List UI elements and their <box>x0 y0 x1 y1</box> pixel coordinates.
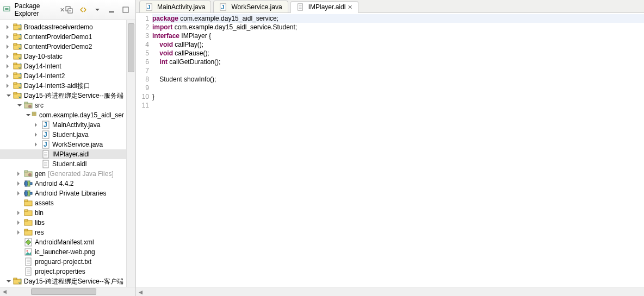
view-menu-icon[interactable] <box>93 5 102 14</box>
code-line[interactable]: int callGetDuration(); <box>152 58 644 66</box>
expand-arrow-icon[interactable] <box>5 92 12 99</box>
tree-item[interactable]: res <box>0 228 126 237</box>
code-content[interactable]: package com.example.day15_aidl_service;i… <box>152 13 644 287</box>
tree-item[interactable]: JMainActivity.java <box>0 120 126 130</box>
no-arrow <box>16 249 23 255</box>
collapse-arrow-icon[interactable] <box>5 53 12 60</box>
close-icon[interactable]: ✕ <box>60 7 65 14</box>
tree-item-label: Android 4.4.2 <box>35 180 73 187</box>
close-tab-icon[interactable]: ✕ <box>348 4 352 11</box>
collapse-arrow-icon[interactable] <box>16 210 23 216</box>
genfolder-icon <box>24 169 33 178</box>
editor-horizontal-scrollbar[interactable]: ◄ <box>136 287 644 296</box>
code-editor[interactable]: 1234567891011 package com.example.day15_… <box>136 13 644 287</box>
project-icon: J <box>13 62 22 71</box>
svg-text:J: J <box>18 278 22 285</box>
tree-item[interactable]: assets <box>0 198 126 208</box>
code-line[interactable]: package com.example.day15_aidl_service; <box>152 14 644 23</box>
tree-item[interactable]: JDay14-Intent2 <box>0 71 126 81</box>
tree-item[interactable]: com.example.day15_aidl_ser <box>0 110 126 120</box>
expand-arrow-icon[interactable] <box>5 278 12 285</box>
tree-item[interactable]: Android 4.4.2 <box>0 179 126 188</box>
collapse-arrow-icon[interactable] <box>34 141 40 148</box>
code-line[interactable]: import com.example.day15_aidl_service.St… <box>152 23 644 32</box>
tab-label: IMPlayer.aidl <box>308 3 346 11</box>
panel-title: Package Explorer <box>15 2 55 17</box>
line-number: 4 <box>137 40 149 49</box>
tree-item[interactable]: src <box>0 100 126 110</box>
code-line[interactable]: Student showInfo(); <box>152 75 644 84</box>
line-number: 7 <box>137 66 149 75</box>
tree-item[interactable]: IMPlayer.aidl <box>0 149 126 159</box>
tab-label: MainActivity.java <box>157 3 205 11</box>
editor-tab[interactable]: IMPlayer.aidl✕ <box>290 1 359 13</box>
tree-item-label: Day14-Intent3-aidl接口 <box>24 81 90 91</box>
code-line[interactable]: } <box>152 92 644 101</box>
collapse-arrow-icon[interactable] <box>16 219 23 226</box>
tree-item[interactable]: bin <box>0 208 126 218</box>
svg-rect-17 <box>14 53 17 55</box>
tree-item[interactable]: JStudent.java <box>0 130 126 140</box>
expand-arrow-icon[interactable] <box>16 102 23 109</box>
collapse-arrow-icon[interactable] <box>34 122 40 128</box>
maximize-icon[interactable] <box>121 5 130 14</box>
expand-arrow-icon[interactable] <box>25 112 30 118</box>
collapse-arrow-icon[interactable] <box>16 229 23 236</box>
scrollbar-thumb[interactable] <box>128 23 134 72</box>
svg-text:J: J <box>18 72 22 80</box>
package-explorer-tree[interactable]: JBroadcastreceiverdemoJContentProviderDe… <box>0 20 126 287</box>
svg-rect-58 <box>25 191 27 196</box>
tree-item[interactable]: JDay14-Intent <box>0 61 126 71</box>
tree-item[interactable]: Student.aidl <box>0 159 126 169</box>
tree-item[interactable]: ic_launcher-web.png <box>0 247 126 257</box>
tree-item[interactable]: libs <box>0 218 126 228</box>
collapse-arrow-icon[interactable] <box>5 83 12 89</box>
code-line[interactable] <box>152 84 644 92</box>
svg-text:J: J <box>18 82 22 90</box>
code-line[interactable] <box>152 101 644 110</box>
editor-tab[interactable]: JWorkService.java <box>213 1 288 12</box>
collapse-arrow-icon[interactable] <box>16 180 23 187</box>
folder-icon <box>24 209 33 217</box>
collapse-arrow-icon[interactable] <box>5 63 12 70</box>
tree-item[interactable]: JWorkService.java <box>0 140 126 149</box>
horizontal-scrollbar[interactable]: ◄ <box>0 287 135 296</box>
tree-item[interactable]: AndroidManifest.xml <box>0 237 126 247</box>
tree-item[interactable]: Android Private Libraries <box>0 188 126 198</box>
svg-text:J: J <box>18 62 22 70</box>
file-icon <box>41 150 50 159</box>
tree-item[interactable]: project.properties <box>0 267 126 276</box>
code-line[interactable]: void callPause(); <box>152 49 644 58</box>
svg-rect-56 <box>28 181 30 186</box>
code-line[interactable] <box>152 66 644 75</box>
minimize-icon[interactable] <box>107 5 116 14</box>
scrollbar-thumb[interactable] <box>31 288 96 295</box>
svg-text:J: J <box>18 92 22 99</box>
svg-rect-63 <box>24 210 28 211</box>
code-line[interactable]: void callPlay(); <box>152 40 644 49</box>
collapse-arrow-icon[interactable] <box>5 24 12 30</box>
tree-item[interactable]: JContentProviderDemo1 <box>0 32 126 42</box>
link-editor-icon[interactable] <box>79 5 88 14</box>
tree-item[interactable]: gen[Generated Java Files] <box>0 169 126 179</box>
tree-item[interactable]: JDay15-跨进程绑定Service--服务端 <box>0 91 126 100</box>
collapse-arrow-icon[interactable] <box>5 43 12 50</box>
collapse-arrow-icon[interactable] <box>5 73 12 79</box>
tree-item-label: WorkService.java <box>52 141 103 148</box>
tree-item[interactable]: JBroadcastreceiverdemo <box>0 22 126 32</box>
collapse-arrow-icon[interactable] <box>5 34 12 40</box>
tree-item[interactable]: JDay-10-static <box>0 52 126 61</box>
project-icon: J <box>13 277 22 286</box>
code-line[interactable]: interface IMPlayer { <box>152 32 644 40</box>
collapse-arrow-icon[interactable] <box>16 190 23 197</box>
tree-item[interactable]: JDay14-Intent3-aidl接口 <box>0 81 126 91</box>
vertical-scrollbar[interactable] <box>126 20 135 287</box>
tree-item[interactable]: JDay15-跨进程绑定Service--客户端 <box>0 276 126 286</box>
collapse-arrow-icon[interactable] <box>16 171 23 177</box>
tree-item[interactable]: JContentProviderDemo2 <box>0 42 126 52</box>
editor-tab[interactable]: JMainActivity.java <box>139 1 211 12</box>
collapse-arrow-icon[interactable] <box>34 131 40 138</box>
tree-item[interactable]: proguard-project.txt <box>0 257 126 267</box>
no-arrow <box>34 161 40 167</box>
collapse-all-icon[interactable] <box>65 5 73 14</box>
